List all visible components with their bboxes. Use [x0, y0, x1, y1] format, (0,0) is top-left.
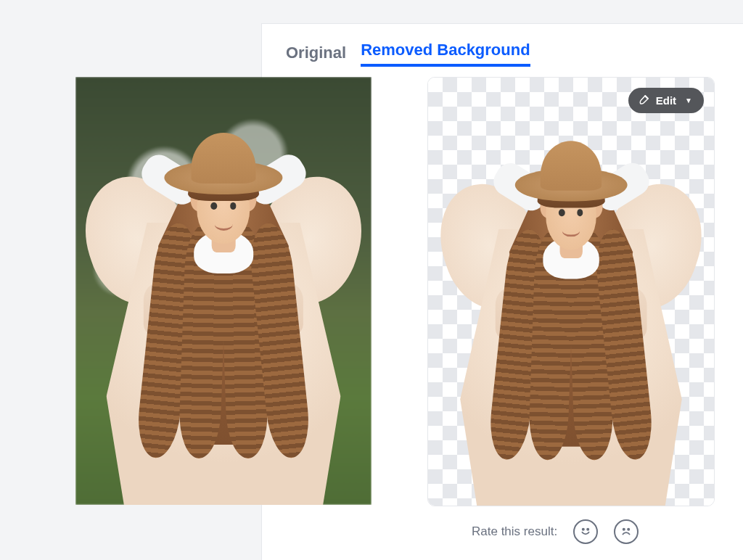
brush-icon	[639, 94, 650, 107]
rate-good-button[interactable]	[573, 519, 598, 544]
svg-point-3	[628, 528, 629, 530]
view-tabs: Original Removed Background	[286, 41, 530, 67]
result-image-card: Edit ▼	[427, 77, 715, 506]
frown-icon	[618, 523, 634, 541]
chevron-down-icon: ▼	[685, 96, 692, 104]
tab-original[interactable]: Original	[286, 44, 346, 67]
cutout-subject	[428, 78, 714, 506]
edit-button[interactable]: Edit ▼	[628, 88, 704, 113]
rate-bad-button[interactable]	[614, 519, 639, 544]
svg-point-1	[587, 528, 588, 530]
svg-point-2	[623, 528, 625, 530]
rating-row: Rate this result:	[472, 519, 639, 544]
smile-icon	[578, 523, 594, 541]
edit-button-label: Edit	[656, 94, 676, 107]
original-image	[75, 77, 372, 505]
rating-prompt: Rate this result:	[472, 524, 557, 539]
svg-point-0	[583, 528, 584, 530]
tab-removed-background[interactable]: Removed Background	[361, 41, 530, 67]
